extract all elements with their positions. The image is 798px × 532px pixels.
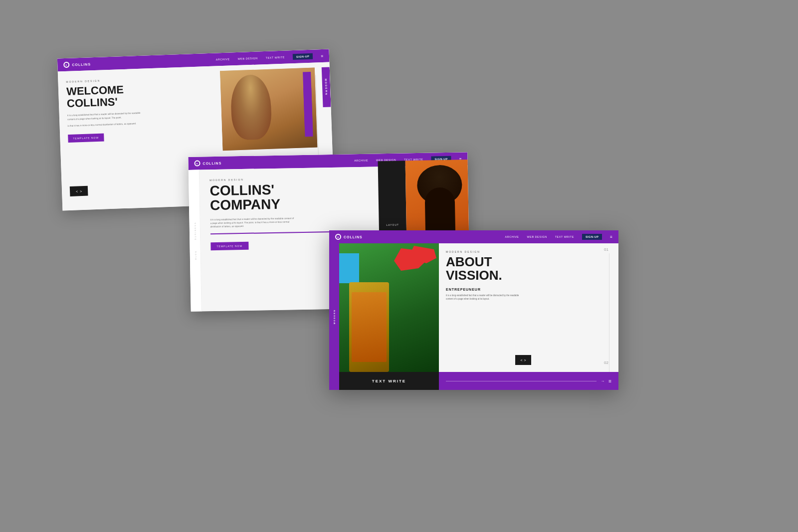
card1-menu-icon[interactable]: ≡ xyxy=(321,53,323,58)
card1-nav-textwrite[interactable]: TEXT WRITE xyxy=(266,56,285,59)
card1-hero-image xyxy=(220,68,317,151)
card3-sidebar: MODERN xyxy=(329,243,339,390)
card3-menu-icon[interactable]: ≡ xyxy=(610,235,612,239)
card2-text: It is a long established fact that a rea… xyxy=(210,216,295,229)
card3-text: it is a long established fact that a rea… xyxy=(446,294,526,301)
card3-body: MODERN TEXT WRITE 01 MODERN DE xyxy=(329,243,618,390)
card3-prev-icon[interactable]: < xyxy=(520,358,522,362)
card1-logo: ● COLLINS xyxy=(63,61,91,68)
card-3: ● COLLINS ARCHIVE WEB DESIGN TEXT WRITE … xyxy=(329,230,618,390)
card3-navbar: ● COLLINS ARCHIVE WEB DESIGN TEXT WRITE … xyxy=(329,230,618,243)
card3-nav-archive[interactable]: ARCHIVE xyxy=(505,235,519,238)
card3-sidebar-modern: MODERN xyxy=(329,243,339,390)
card1-text2: is that it has a more-or-less normal dis… xyxy=(67,121,147,128)
card3-bottom-text: TEXT WRITE xyxy=(372,379,406,383)
card1-template-button[interactable]: TEMPLATE NOW xyxy=(68,133,104,142)
card3-bottom-row: → ≡ xyxy=(439,372,618,390)
card1-nav-archive[interactable]: ARCHIVE xyxy=(216,58,230,61)
card3-nav-links: ARCHIVE WEB DESIGN TEXT WRITE SIGN-UP ≡ xyxy=(505,234,612,240)
card3-logo-text: COLLINS xyxy=(344,235,363,239)
card1-image-figure xyxy=(220,68,317,151)
card1-modern-label: MODERN xyxy=(322,67,331,108)
card3-nav-textwrite[interactable]: TEXT WRITE xyxy=(555,235,574,238)
card3-image-area: TEXT WRITE xyxy=(339,243,439,390)
card1-logo-text: COLLINS xyxy=(72,62,91,66)
card1-nav-links: ARCHIVE WEB DESIGN TEXT WRITE SIGN-UP ≡ xyxy=(215,53,323,63)
card3-progress-arrow: → xyxy=(600,379,604,383)
card3-signup-button[interactable]: SIGN-UP xyxy=(582,234,602,240)
card3-image-inner xyxy=(339,243,439,372)
card2-sidebar-blog: BLOG xyxy=(194,250,197,259)
card2-logo: ● COLLINS xyxy=(194,160,221,167)
card3-title: ABOUTVISSION. xyxy=(446,255,611,283)
card1-title: WELCOMECOLLINS' xyxy=(66,81,213,110)
card1-arrows[interactable]: < > xyxy=(70,186,88,196)
card3-progress-line xyxy=(446,381,597,381)
card3-logo-circle: ● xyxy=(335,234,341,240)
card2-layout-label: LAYOUT xyxy=(386,223,399,226)
card1-nav-webdesign[interactable]: WEB DESIGN xyxy=(238,57,258,60)
card3-label: MODERN DESIGN xyxy=(446,250,611,253)
card1-logo-circle: ● xyxy=(63,62,69,68)
card3-bottom-menu-icon[interactable]: ≡ xyxy=(608,378,611,384)
card3-bottom-bar: TEXT WRITE xyxy=(339,372,439,390)
card1-prev-icon[interactable]: < xyxy=(76,189,78,193)
card2-logo-text: COLLINS xyxy=(202,161,221,165)
card3-vertical-line xyxy=(609,253,609,383)
card2-sidebar-business: BUSINESS xyxy=(194,222,197,240)
card3-subtitle: ENTREPEUNEUR xyxy=(446,288,611,291)
card3-number1: 01 xyxy=(604,247,608,252)
card1-next-icon[interactable]: > xyxy=(80,189,82,193)
card3-number2: 02 xyxy=(604,360,608,365)
card3-right-content: 01 MODERN DESIGN ABOUTVISSION. ENTREPEUN… xyxy=(439,243,618,390)
card1-signup-button[interactable]: SIGN-UP xyxy=(293,53,313,60)
card1-text1: It is a long established fact that a rea… xyxy=(67,111,147,121)
card2-nav-archive[interactable]: ARCHIVE xyxy=(354,159,368,162)
card3-next-icon[interactable]: > xyxy=(524,358,526,362)
card2-logo-circle: ● xyxy=(194,160,200,166)
card3-arrows[interactable]: < > xyxy=(515,355,531,365)
card3-logo: ● COLLINS xyxy=(335,234,363,240)
card2-template-button[interactable]: TEMPLATE NOW xyxy=(210,242,248,250)
card3-nav-webdesign[interactable]: WEB DESIGN xyxy=(527,235,547,238)
card3-splash-blue xyxy=(339,253,359,283)
card3-main-image xyxy=(339,243,439,372)
